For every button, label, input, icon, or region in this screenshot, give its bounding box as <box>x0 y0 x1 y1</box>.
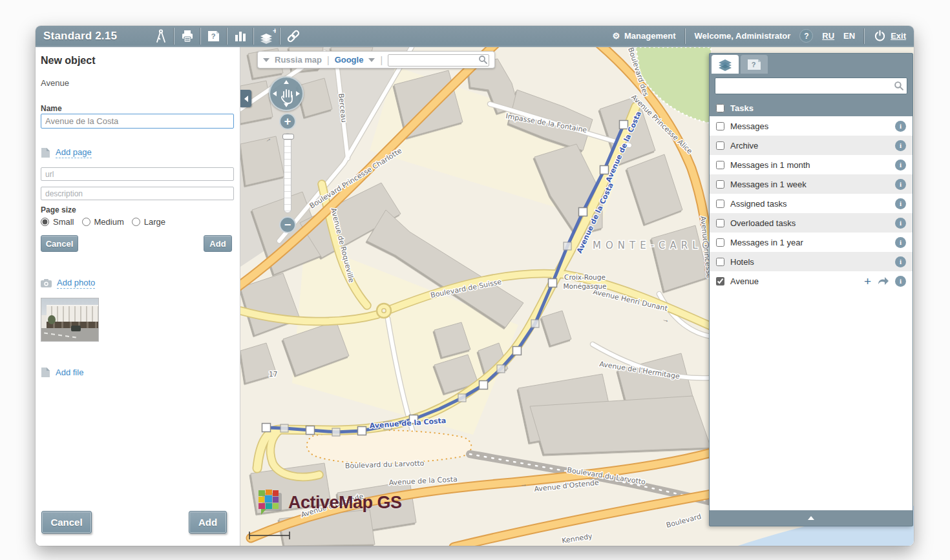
info-icon[interactable]: i <box>895 256 906 267</box>
info-icon[interactable]: i <box>895 198 906 209</box>
route-midpoint-handle[interactable] <box>332 428 340 436</box>
layer-checkbox[interactable] <box>716 122 724 130</box>
info-icon[interactable]: i <box>895 140 906 151</box>
pan-up-arrow[interactable] <box>284 80 289 84</box>
chevron-up-icon <box>808 516 814 520</box>
svg-text:?: ? <box>752 61 756 68</box>
basemap-selector[interactable]: Russia map <box>275 55 322 65</box>
info-icon[interactable]: i <box>895 179 906 190</box>
layer-row[interactable]: Messages in 1 yeari <box>710 233 913 252</box>
provider-dropdown-caret[interactable] <box>368 58 375 62</box>
layer-row[interactable]: Assigned tasksi <box>710 194 913 213</box>
print-button[interactable] <box>174 26 200 46</box>
route-vertex-handle[interactable] <box>513 347 522 355</box>
statistics-button[interactable] <box>227 26 253 46</box>
zoom-slider-handle[interactable] <box>282 134 294 140</box>
photo-thumbnail[interactable] <box>41 298 99 342</box>
add-layer-button[interactable]: + <box>254 26 280 46</box>
layer-label: Hotels <box>730 257 889 267</box>
cancel-button[interactable]: Cancel <box>41 511 92 534</box>
help-book-button[interactable]: ? <box>201 26 227 46</box>
file-icon <box>41 367 50 378</box>
add-file-link[interactable]: Add file <box>56 368 83 377</box>
route-vertex-handle[interactable] <box>579 208 587 216</box>
task-book-icon: ? <box>746 57 763 72</box>
add-object-icon[interactable]: + <box>864 275 871 287</box>
layer-search-input[interactable] <box>715 78 907 94</box>
route-midpoint-handle[interactable] <box>280 424 288 432</box>
layer-row-avenue[interactable]: Avenue + i <box>710 271 913 291</box>
map-search-input[interactable] <box>388 54 489 67</box>
zoom-in-button[interactable]: + <box>279 113 296 130</box>
route-midpoint-handle[interactable] <box>564 242 571 250</box>
divider: | <box>327 55 330 65</box>
photo-car <box>71 326 81 331</box>
size-radio-medium[interactable] <box>82 218 90 226</box>
exit-label: Exit <box>891 31 906 41</box>
route-vertex-handle[interactable] <box>358 427 366 435</box>
layer-checkbox[interactable] <box>716 277 724 285</box>
layer-checkbox[interactable] <box>716 219 724 227</box>
provider-selector[interactable]: Google <box>335 55 364 65</box>
route-vertex-handle[interactable] <box>480 381 488 389</box>
size-radio-small[interactable] <box>41 218 49 226</box>
route-midpoint-handle[interactable] <box>531 320 539 327</box>
link-button[interactable] <box>280 26 306 46</box>
redo-arrow-icon[interactable] <box>877 276 889 285</box>
layer-checkbox[interactable] <box>716 200 724 208</box>
basemap-dropdown-caret[interactable] <box>263 58 269 62</box>
layer-checkbox[interactable] <box>716 258 724 266</box>
pan-control[interactable] <box>269 76 304 111</box>
layer-checkbox[interactable] <box>716 238 724 247</box>
pan-right-arrow[interactable] <box>296 91 300 96</box>
info-icon[interactable]: i <box>895 218 906 229</box>
topbar-separator <box>685 28 686 44</box>
help-badge[interactable]: ? <box>799 29 813 43</box>
url-input[interactable] <box>41 167 234 181</box>
route-vertex-handle[interactable] <box>306 426 315 435</box>
info-icon[interactable]: i <box>895 237 906 248</box>
tab-tasks-journal[interactable]: ? <box>741 55 768 74</box>
page-size-options: Small Medium Large <box>41 217 169 227</box>
measure-icon <box>153 28 169 44</box>
route-midpoint-handle[interactable] <box>497 365 505 373</box>
route-vertex-handle[interactable] <box>620 121 628 129</box>
size-radio-large[interactable] <box>132 218 140 226</box>
layer-row[interactable]: Hotelsi <box>710 252 913 271</box>
tasks-group-checkbox[interactable] <box>716 104 724 112</box>
add-button[interactable]: Add <box>189 511 227 534</box>
layer-checkbox[interactable] <box>716 180 724 189</box>
info-icon[interactable]: i <box>895 276 906 287</box>
layer-checkbox[interactable] <box>716 141 724 150</box>
route-vertex-handle[interactable] <box>549 279 557 287</box>
add-page-link[interactable]: Add page <box>56 147 92 158</box>
info-icon[interactable]: i <box>895 160 906 171</box>
route-midpoint-handle[interactable] <box>458 394 466 402</box>
tasks-group-label: Tasks <box>730 103 754 113</box>
description-input[interactable] <box>41 187 234 200</box>
layer-row[interactable]: Archivei <box>710 136 913 155</box>
panel-collapse-button[interactable] <box>710 510 913 526</box>
page-cancel-button[interactable]: Cancel <box>41 235 78 252</box>
page-add-button[interactable]: Add <box>204 235 232 252</box>
name-input[interactable] <box>41 114 234 129</box>
zoom-slider[interactable] <box>284 133 291 213</box>
lang-ru-link[interactable]: RU <box>822 31 834 41</box>
pan-down-arrow[interactable] <box>284 103 289 107</box>
exit-button[interactable]: Exit <box>874 30 906 42</box>
layer-row[interactable]: Messagesi <box>710 116 913 136</box>
measure-tool-button[interactable] <box>148 26 174 46</box>
route-vertex-handle[interactable] <box>262 424 271 432</box>
layer-row[interactable]: Messages in 1 weeki <box>710 174 913 194</box>
layer-row[interactable]: Messages in 1 monthi <box>710 155 913 174</box>
management-button[interactable]: ⚙ Management <box>612 31 675 41</box>
add-photo-link[interactable]: Add photo <box>57 278 95 289</box>
layer-checkbox[interactable] <box>716 161 724 169</box>
layer-row[interactable]: Overloaded tasksi <box>710 213 913 233</box>
zoom-out-button[interactable]: − <box>279 216 296 233</box>
tab-layers[interactable] <box>712 55 739 74</box>
pan-left-arrow[interactable] <box>273 91 277 96</box>
info-icon[interactable]: i <box>895 121 906 132</box>
collapse-panel-button[interactable] <box>240 90 251 107</box>
topbar-separator <box>864 28 865 44</box>
